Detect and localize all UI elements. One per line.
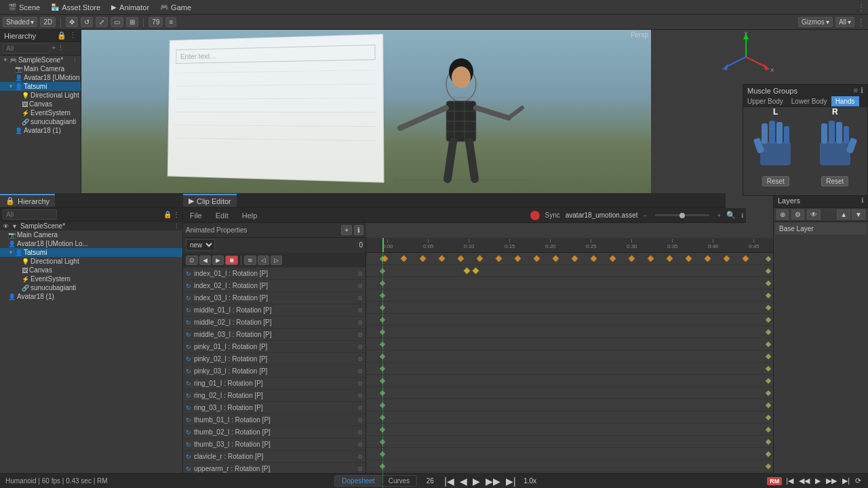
right-hand-svg[interactable]	[813, 118, 857, 172]
keyframe-end-14[interactable]	[766, 427, 771, 432]
hierarchy-item-avatar18[interactable]: 👤 Avatar18 [UMotion L...	[0, 73, 81, 82]
keyframe-0-11[interactable]	[591, 256, 597, 262]
prop-gear-3[interactable]: ⚙	[357, 307, 363, 314]
keyframe-end-9[interactable]	[766, 366, 771, 371]
keyframe-0-16[interactable]	[686, 256, 692, 262]
anim-prop-row-6[interactable]: ↻ pinky_01_l : Rotation [P] ⚙	[183, 341, 366, 353]
keyframe-0-6[interactable]	[496, 256, 502, 262]
keyframe-0-2[interactable]	[420, 256, 427, 262]
menu-more-btn[interactable]: ⋮	[857, 3, 865, 12]
status-rew-btn[interactable]: ◀◀	[797, 476, 811, 485]
muscle-panel-info-icon[interactable]: ℹ	[861, 86, 863, 95]
game-tab[interactable]: 🎮 Game	[155, 2, 197, 13]
tool-extra[interactable]: ≡	[165, 17, 176, 27]
anim-prop-row-9[interactable]: ↻ ring_01_l : Rotation [P] ⚙	[183, 378, 366, 390]
2d-btn[interactable]: 2D	[40, 17, 56, 27]
keyframe-0-3[interactable]	[439, 256, 446, 262]
keyframe-end-0[interactable]	[766, 256, 771, 262]
prop-gear-2[interactable]: ⚙	[357, 295, 363, 302]
anim-nav-left[interactable]: ◁	[258, 256, 269, 265]
prop-gear-12[interactable]: ⚙	[357, 417, 363, 424]
text-placeholder[interactable]: Enter text...	[180, 52, 216, 61]
pb-next-frame[interactable]: ▶▶	[484, 476, 502, 487]
hierarchy-item-canvas[interactable]: 🖼 Canvas	[0, 100, 81, 108]
keyframe-0-9[interactable]	[553, 256, 559, 262]
timeline-minus[interactable]: −	[643, 212, 646, 219]
pb-prev-frame[interactable]: ◀	[458, 476, 469, 487]
keyframe-end-10[interactable]	[766, 378, 771, 384]
asset-store-tab[interactable]: 🏪 Asset Store	[45, 2, 106, 13]
anim-prop-row-3[interactable]: ↻ middle_01_l : Rotation [P] ⚙	[183, 304, 366, 317]
layers-down-btn[interactable]: ▼	[852, 209, 865, 220]
hierarchy-item-tatsumi[interactable]: ▼ 👤 Tatsumi	[0, 82, 81, 91]
anim-prop-row-4[interactable]: ↻ middle_02_l : Rotation [P] ⚙	[183, 317, 366, 329]
hierarchy-lock-icon[interactable]: 🔒	[57, 31, 66, 40]
status-play-btn[interactable]: ▶	[814, 476, 822, 485]
anim-key-next-btn[interactable]: ◀	[199, 256, 211, 265]
anim-prop-row-10[interactable]: ↻ ring_02_l : Rotation [P] ⚙	[183, 390, 366, 402]
status-fwd-btn[interactable]: ▶▶	[825, 476, 838, 485]
hierarchy-item-dirlight[interactable]: 💡 Directional Light	[0, 91, 81, 100]
keyframe-0-19[interactable]	[743, 256, 749, 262]
hier-lock-btn[interactable]: 🔒	[163, 211, 172, 218]
bottom-hier-sunucu[interactable]: 🔗 sunucubagianti	[0, 283, 182, 292]
keyframe-end-1[interactable]	[766, 268, 771, 274]
hierarchy-item-samplescene[interactable]: ▼ 🎮 SampleScene* ⋮	[0, 56, 81, 64]
timeline-plus[interactable]: +	[717, 212, 721, 219]
prop-gear-7[interactable]: ⚙	[357, 356, 363, 363]
keyframe-end-13[interactable]	[766, 415, 771, 420]
prop-gear-0[interactable]: ⚙	[357, 270, 363, 277]
anim-prop-row-8[interactable]: ↻ pinky_03_l : Rotation [P] ⚙	[183, 365, 366, 378]
scene-options[interactable]: ⋮	[72, 57, 78, 64]
keyframe-0-17[interactable]	[705, 256, 711, 262]
keyframe-end-5[interactable]	[766, 317, 771, 323]
clip-menu-file[interactable]: File	[186, 210, 206, 221]
keyframe-0-13[interactable]	[629, 256, 635, 262]
status-prev-btn[interactable]: |◀	[785, 476, 795, 485]
anim-play-btn[interactable]: ▶	[212, 256, 224, 265]
prop-gear-11[interactable]: ⚙	[357, 405, 363, 411]
keyframe-end-17[interactable]	[766, 464, 771, 469]
keyframe-0-7[interactable]	[515, 256, 521, 262]
muscle-tab-lower[interactable]: Lower Body	[787, 96, 831, 106]
keyframe-0-4[interactable]	[458, 256, 465, 262]
keyframe-0-10[interactable]	[572, 256, 578, 262]
prop-gear-16[interactable]: ⚙	[357, 466, 363, 472]
curves-tab[interactable]: Curves	[382, 476, 417, 486]
anim-curve-btn[interactable]: ≋	[244, 256, 256, 265]
status-loop-btn[interactable]: ⟳	[854, 476, 863, 485]
new-clip-select[interactable]: new	[186, 239, 215, 251]
layers-up-btn[interactable]: ▲	[837, 209, 850, 220]
prop-gear-6[interactable]: ⚙	[357, 344, 363, 350]
left-reset-button[interactable]: Reset	[762, 176, 789, 186]
clip-menu-edit[interactable]: Edit	[212, 210, 233, 221]
scene-tab[interactable]: 🎬 Scene	[3, 2, 45, 13]
anim-record-btn[interactable]: ⏺	[225, 256, 238, 265]
timeline-scrubber[interactable]	[679, 213, 685, 218]
hierarchy-options-btn[interactable]: ⋮	[57, 43, 64, 54]
hierarchy-item-eventsystem[interactable]: ⚡ EventSystem	[0, 108, 81, 117]
anim-prop-row-11[interactable]: ↻ ring_03_l : Rotation [P] ⚙	[183, 402, 366, 414]
animator-tab[interactable]: ▶ Animator	[106, 2, 155, 13]
prop-gear-4[interactable]: ⚙	[357, 319, 363, 326]
prop-gear-5[interactable]: ⚙	[357, 331, 363, 338]
move-tool[interactable]: ✥	[66, 17, 78, 27]
gizmo-svg[interactable]: Y X	[712, 30, 780, 84]
right-reset-button[interactable]: Reset	[821, 176, 848, 186]
clip-menu-help[interactable]: Help	[238, 210, 262, 221]
prop-gear-15[interactable]: ⚙	[357, 453, 363, 460]
pb-skip-end[interactable]: ▶|	[505, 476, 517, 487]
dopesheet-tab[interactable]: Dopesheet	[335, 476, 381, 486]
muscle-tab-hands[interactable]: Hands	[831, 96, 859, 106]
prop-gear-9[interactable]: ⚙	[357, 380, 363, 387]
keyframe-end-6[interactable]	[766, 329, 771, 335]
left-hand-svg[interactable]	[753, 118, 797, 172]
all-btn[interactable]: All▾	[835, 17, 854, 27]
pb-skip-start[interactable]: |◀	[443, 476, 456, 487]
scene-menu-btn[interactable]: ⋮	[174, 223, 180, 230]
layers-add-btn[interactable]: ⊕	[776, 209, 789, 220]
pb-play[interactable]: ▶	[471, 476, 481, 487]
anim-prop-row-15[interactable]: ↻ clavicle_r : Rotation [P] ⚙	[183, 451, 366, 463]
hierarchy-item-avatar18-1[interactable]: 👤 Avatar18 (1)	[0, 126, 81, 135]
anim-prop-row-0[interactable]: ↻ index_01_l : Rotation [P] ⚙	[183, 268, 366, 280]
